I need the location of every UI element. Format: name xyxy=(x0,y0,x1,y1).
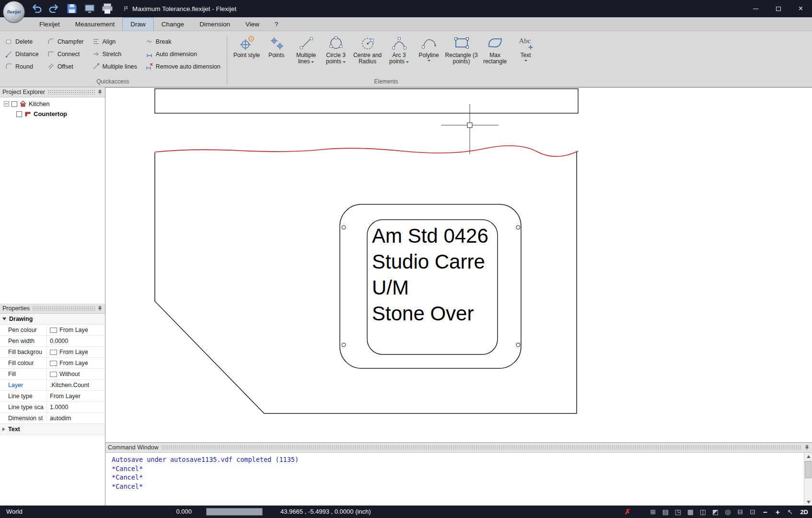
drawing-canvas[interactable]: Am Std 0426 Studio Carre U/M Stone Over xyxy=(105,87,812,442)
redo-icon xyxy=(48,3,60,13)
tab-change[interactable]: Change xyxy=(154,17,192,31)
scroll-down-icon[interactable] xyxy=(804,498,812,506)
color-swatch xyxy=(50,361,57,366)
zoom-in-icon[interactable]: + xyxy=(773,508,782,516)
text-glyph: Abc xyxy=(519,37,531,45)
app-logo-text: flexijet xyxy=(7,10,21,14)
origin-icon[interactable]: ◎ xyxy=(723,508,732,516)
tab-dimension[interactable]: Dimension xyxy=(192,17,238,31)
arc-3-points-button[interactable]: Arc 3 points xyxy=(384,34,414,65)
offset-button[interactable]: Offset xyxy=(46,60,85,72)
pin-icon[interactable] xyxy=(97,90,103,95)
ribbon-tab-bar: Flexijet Measurement Draw Change Dimensi… xyxy=(0,17,812,31)
property-row-fill-colour[interactable]: Fill colour From Laye xyxy=(0,358,105,369)
property-row-line-type[interactable]: Line type From Layer xyxy=(0,391,105,402)
project-explorer-panel: Project Explorer Kitchen Countertop xyxy=(0,87,105,304)
property-row-fill[interactable]: Fill Without xyxy=(0,369,105,380)
tab-draw[interactable]: Draw xyxy=(122,17,154,31)
countertop-icon xyxy=(24,111,31,117)
auto-dimension-button[interactable]: Auto dimension xyxy=(144,48,222,60)
view-mesh-icon[interactable]: ▦ xyxy=(686,508,695,516)
quickaccess-group: Delete Champfer Align Break Distance xyxy=(4,31,222,87)
countertop-checkbox[interactable] xyxy=(16,111,22,117)
command-output[interactable]: Autosave under autosave1135.vdf complete… xyxy=(105,453,812,491)
device-connect-button[interactable] xyxy=(84,3,95,14)
offset-icon xyxy=(47,63,55,70)
align-button[interactable]: Align xyxy=(91,35,139,47)
tree-expander-icon[interactable] xyxy=(4,101,9,106)
tree-item-countertop[interactable]: Countertop xyxy=(0,109,105,119)
undo-button[interactable] xyxy=(31,3,42,14)
centre-and-radius-icon xyxy=(360,35,376,51)
chevron-down-icon xyxy=(524,60,527,63)
property-row-layer[interactable]: Layer .Kitchen.Count xyxy=(0,380,105,391)
rectangle-3-points-icon xyxy=(453,35,470,51)
section-drawing[interactable]: Drawing xyxy=(0,314,105,325)
property-row-pen-width[interactable]: Pen width 0.0000 xyxy=(0,336,105,347)
view-shaded-icon[interactable]: ◩ xyxy=(711,508,719,516)
print-button[interactable] xyxy=(102,3,113,14)
titlebar: flexijet Maximum Tolerance.flexijet - Fl… xyxy=(0,0,812,17)
view-corner-icon[interactable]: ◳ xyxy=(673,508,682,516)
coordinate-system-label[interactable]: World xyxy=(6,508,23,515)
sink-label: Am Std 0426 Studio Carre U/M Stone Over xyxy=(372,224,488,325)
connect-button[interactable]: Connect xyxy=(46,48,85,60)
multiple-lines-tool-button[interactable]: Multiple lines xyxy=(291,34,321,65)
save-button[interactable] xyxy=(66,3,78,14)
connect-icon xyxy=(47,50,55,58)
max-rectangle-button[interactable]: Max rectangle xyxy=(479,34,511,65)
tree-item-kitchen[interactable]: Kitchen xyxy=(0,99,105,109)
multiple-lines-button[interactable]: Multiple lines xyxy=(91,60,139,72)
rectangle-3-points-button[interactable]: Rectangle (3 points) xyxy=(444,34,479,65)
stretch-button[interactable]: Stretch xyxy=(91,48,139,60)
snap-box-icon[interactable]: ⊡ xyxy=(748,508,757,516)
zoom-out-icon[interactable]: − xyxy=(761,508,769,516)
pointer-icon[interactable]: ↖ xyxy=(786,508,794,516)
tab-view[interactable]: View xyxy=(238,17,267,31)
circle-3-points-button[interactable]: Circle 3 points xyxy=(321,34,351,65)
points-button[interactable]: Points xyxy=(262,34,291,59)
tab-help[interactable]: ? xyxy=(267,17,286,31)
view-split-icon[interactable]: ◫ xyxy=(698,508,707,516)
close-button[interactable]: × xyxy=(789,0,812,17)
app-logo[interactable]: flexijet xyxy=(3,1,25,23)
point-marker xyxy=(342,343,346,347)
auto-dimension-icon xyxy=(146,50,153,58)
point-style-button[interactable]: Point style xyxy=(232,34,262,59)
pin-icon[interactable] xyxy=(804,445,810,450)
property-row-pen-colour[interactable]: Pen colour From Laye xyxy=(0,325,105,336)
round-icon xyxy=(5,63,12,70)
minimize-button[interactable] xyxy=(744,0,767,17)
tab-flexijet[interactable]: Flexijet xyxy=(32,17,68,31)
align-icon xyxy=(93,38,100,45)
mode-2d-toggle[interactable]: 2D xyxy=(800,508,808,516)
text-tool-icon: Abc xyxy=(518,35,534,51)
maximize-button[interactable] xyxy=(767,0,789,17)
polyline-button[interactable]: Polyline xyxy=(414,34,444,63)
scrollbar-thumb[interactable] xyxy=(805,461,812,478)
upper-rectangle-shape xyxy=(155,89,578,113)
property-row-dimension-style[interactable]: Dimension st autodim xyxy=(0,413,105,424)
pin-icon[interactable] xyxy=(97,306,103,311)
scroll-up-icon[interactable] xyxy=(804,453,812,460)
round-button[interactable]: Round xyxy=(4,60,40,72)
cancel-action-icon[interactable]: ✗ xyxy=(625,507,631,516)
break-button[interactable]: Break xyxy=(144,35,222,47)
centre-and-radius-button[interactable]: Centre and Radius xyxy=(351,34,384,65)
text-tool-button[interactable]: Abc Text xyxy=(511,34,541,63)
property-row-fill-background[interactable]: Fill backgrou From Laye xyxy=(0,347,105,358)
property-row-line-type-scale[interactable]: Line type sca 1.0000 xyxy=(0,402,105,413)
remove-auto-dimension-button[interactable]: Remove auto dimension xyxy=(144,60,222,72)
kitchen-checkbox[interactable] xyxy=(12,101,17,107)
view-flat-icon[interactable]: ⊟ xyxy=(736,508,744,516)
champfer-button[interactable]: Champfer xyxy=(46,35,85,47)
section-text[interactable]: Text xyxy=(0,424,105,435)
command-scrollbar[interactable] xyxy=(804,453,812,506)
view-top-icon[interactable]: ⊞ xyxy=(649,508,657,516)
delete-button[interactable]: Delete xyxy=(4,35,40,47)
view-front-icon[interactable]: ▤ xyxy=(661,508,670,516)
tab-measurement[interactable]: Measurement xyxy=(68,17,123,31)
redo-button[interactable] xyxy=(48,3,60,14)
ribbon: Delete Champfer Align Break Distance xyxy=(0,31,812,87)
distance-button[interactable]: Distance xyxy=(4,48,40,60)
